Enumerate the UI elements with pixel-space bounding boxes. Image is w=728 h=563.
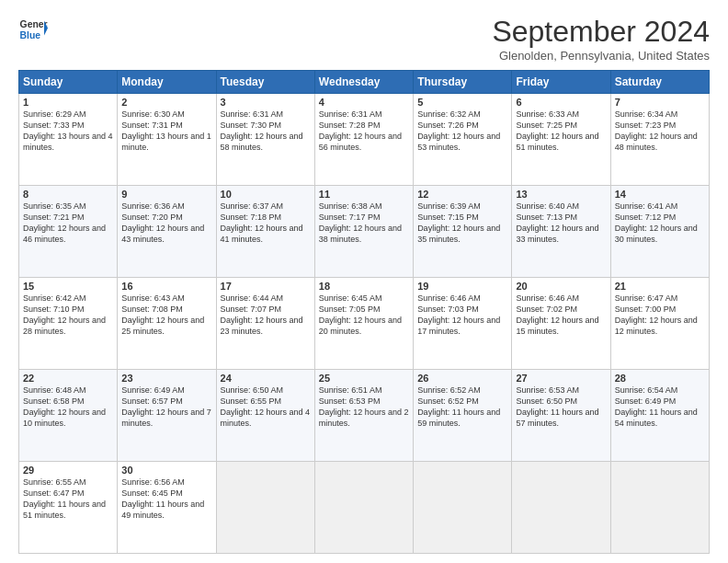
title-area: September 2024 Glenolden, Pennsylvania, … [492,15,710,63]
calendar-table: SundayMondayTuesdayWednesdayThursdayFrid… [18,70,710,554]
cell-sun-info: Sunrise: 6:37 AMSunset: 7:18 PMDaylight:… [221,201,311,246]
calendar-cell: 25Sunrise: 6:51 AMSunset: 6:53 PMDayligh… [314,370,413,462]
calendar-cell [314,462,413,554]
weekday-header-monday: Monday [118,71,216,94]
day-number: 2 [121,97,211,108]
calendar-cell: 21Sunrise: 6:47 AMSunset: 7:00 PMDayligh… [610,278,709,370]
calendar-cell: 18Sunrise: 6:45 AMSunset: 7:05 PMDayligh… [314,278,413,370]
calendar-cell [610,462,709,554]
day-number: 29 [23,465,113,476]
cell-sun-info: Sunrise: 6:32 AMSunset: 7:26 PMDaylight:… [417,109,507,154]
calendar-cell: 29Sunrise: 6:55 AMSunset: 6:47 PMDayligh… [19,462,118,554]
cell-sun-info: Sunrise: 6:50 AMSunset: 6:55 PMDaylight:… [221,385,311,430]
calendar-cell: 16Sunrise: 6:43 AMSunset: 7:08 PMDayligh… [118,278,216,370]
day-number: 26 [417,373,507,384]
cell-sun-info: Sunrise: 6:46 AMSunset: 7:03 PMDaylight:… [417,293,507,338]
cell-sun-info: Sunrise: 6:46 AMSunset: 7:02 PMDaylight:… [516,293,606,338]
weekday-header-friday: Friday [512,71,610,94]
day-number: 15 [23,281,113,292]
calendar-cell: 26Sunrise: 6:52 AMSunset: 6:52 PMDayligh… [414,370,512,462]
calendar-week-row: 15Sunrise: 6:42 AMSunset: 7:10 PMDayligh… [19,278,710,370]
calendar-cell: 6Sunrise: 6:33 AMSunset: 7:25 PMDaylight… [512,94,610,186]
cell-sun-info: Sunrise: 6:44 AMSunset: 7:07 PMDaylight:… [221,293,311,338]
calendar-cell: 17Sunrise: 6:44 AMSunset: 7:07 PMDayligh… [216,278,314,370]
calendar-cell: 2Sunrise: 6:30 AMSunset: 7:31 PMDaylight… [118,94,216,186]
cell-sun-info: Sunrise: 6:30 AMSunset: 7:31 PMDaylight:… [121,109,211,154]
calendar-cell: 24Sunrise: 6:50 AMSunset: 6:55 PMDayligh… [216,370,314,462]
weekday-header-saturday: Saturday [610,71,709,94]
general-blue-logo-icon: General Blue [18,15,48,44]
day-number: 13 [516,189,606,200]
weekday-header-tuesday: Tuesday [216,71,314,94]
day-number: 14 [615,189,705,200]
calendar-cell: 20Sunrise: 6:46 AMSunset: 7:02 PMDayligh… [512,278,610,370]
calendar-cell [216,462,314,554]
cell-sun-info: Sunrise: 6:52 AMSunset: 6:52 PMDaylight:… [417,385,507,430]
weekday-header-sunday: Sunday [19,71,118,94]
cell-sun-info: Sunrise: 6:49 AMSunset: 6:57 PMDaylight:… [121,385,211,430]
cell-sun-info: Sunrise: 6:33 AMSunset: 7:25 PMDaylight:… [516,109,606,154]
cell-sun-info: Sunrise: 6:47 AMSunset: 7:00 PMDaylight:… [615,293,705,338]
calendar-cell [512,462,610,554]
calendar-cell: 15Sunrise: 6:42 AMSunset: 7:10 PMDayligh… [19,278,118,370]
calendar-week-row: 8Sunrise: 6:35 AMSunset: 7:21 PMDaylight… [19,186,710,278]
cell-sun-info: Sunrise: 6:42 AMSunset: 7:10 PMDaylight:… [23,293,113,338]
day-number: 27 [516,373,606,384]
weekday-header-row: SundayMondayTuesdayWednesdayThursdayFrid… [19,71,710,94]
cell-sun-info: Sunrise: 6:48 AMSunset: 6:58 PMDaylight:… [23,385,113,430]
svg-text:Blue: Blue [20,30,41,40]
page: General Blue September 2024 Glenolden, P… [0,0,728,563]
day-number: 28 [615,373,705,384]
cell-sun-info: Sunrise: 6:40 AMSunset: 7:13 PMDaylight:… [516,201,606,246]
cell-sun-info: Sunrise: 6:56 AMSunset: 6:45 PMDaylight:… [121,477,211,522]
cell-sun-info: Sunrise: 6:31 AMSunset: 7:28 PMDaylight:… [319,109,409,154]
calendar-cell: 19Sunrise: 6:46 AMSunset: 7:03 PMDayligh… [414,278,512,370]
calendar-cell: 30Sunrise: 6:56 AMSunset: 6:45 PMDayligh… [118,462,216,554]
calendar-cell: 12Sunrise: 6:39 AMSunset: 7:15 PMDayligh… [414,186,512,278]
day-number: 4 [319,97,409,108]
day-number: 24 [221,373,311,384]
day-number: 20 [516,281,606,292]
calendar-week-row: 22Sunrise: 6:48 AMSunset: 6:58 PMDayligh… [19,370,710,462]
calendar-week-row: 1Sunrise: 6:29 AMSunset: 7:33 PMDaylight… [19,94,710,186]
svg-text:General: General [20,19,48,29]
month-title: September 2024 [492,15,710,49]
day-number: 8 [23,189,113,200]
calendar-cell: 4Sunrise: 6:31 AMSunset: 7:28 PMDaylight… [314,94,413,186]
day-number: 1 [23,97,113,108]
day-number: 22 [23,373,113,384]
logo: General Blue [18,15,48,44]
day-number: 16 [121,281,211,292]
day-number: 25 [319,373,409,384]
cell-sun-info: Sunrise: 6:39 AMSunset: 7:15 PMDaylight:… [417,201,507,246]
day-number: 23 [121,373,211,384]
calendar-cell [414,462,512,554]
calendar-cell: 11Sunrise: 6:38 AMSunset: 7:17 PMDayligh… [314,186,413,278]
calendar-cell: 27Sunrise: 6:53 AMSunset: 6:50 PMDayligh… [512,370,610,462]
cell-sun-info: Sunrise: 6:54 AMSunset: 6:49 PMDaylight:… [615,385,705,430]
cell-sun-info: Sunrise: 6:41 AMSunset: 7:12 PMDaylight:… [615,201,705,246]
day-number: 5 [417,97,507,108]
day-number: 10 [221,189,311,200]
day-number: 6 [516,97,606,108]
calendar-cell: 13Sunrise: 6:40 AMSunset: 7:13 PMDayligh… [512,186,610,278]
calendar-cell: 3Sunrise: 6:31 AMSunset: 7:30 PMDaylight… [216,94,314,186]
calendar-cell: 23Sunrise: 6:49 AMSunset: 6:57 PMDayligh… [118,370,216,462]
weekday-header-wednesday: Wednesday [314,71,413,94]
cell-sun-info: Sunrise: 6:29 AMSunset: 7:33 PMDaylight:… [23,109,113,154]
calendar-cell: 10Sunrise: 6:37 AMSunset: 7:18 PMDayligh… [216,186,314,278]
cell-sun-info: Sunrise: 6:35 AMSunset: 7:21 PMDaylight:… [23,201,113,246]
calendar-cell: 22Sunrise: 6:48 AMSunset: 6:58 PMDayligh… [19,370,118,462]
cell-sun-info: Sunrise: 6:36 AMSunset: 7:20 PMDaylight:… [121,201,211,246]
calendar-cell: 9Sunrise: 6:36 AMSunset: 7:20 PMDaylight… [118,186,216,278]
day-number: 17 [221,281,311,292]
calendar-cell: 1Sunrise: 6:29 AMSunset: 7:33 PMDaylight… [19,94,118,186]
cell-sun-info: Sunrise: 6:45 AMSunset: 7:05 PMDaylight:… [319,293,409,338]
day-number: 9 [121,189,211,200]
cell-sun-info: Sunrise: 6:38 AMSunset: 7:17 PMDaylight:… [319,201,409,246]
day-number: 12 [417,189,507,200]
day-number: 18 [319,281,409,292]
weekday-header-thursday: Thursday [414,71,512,94]
day-number: 19 [417,281,507,292]
cell-sun-info: Sunrise: 6:31 AMSunset: 7:30 PMDaylight:… [221,109,311,154]
